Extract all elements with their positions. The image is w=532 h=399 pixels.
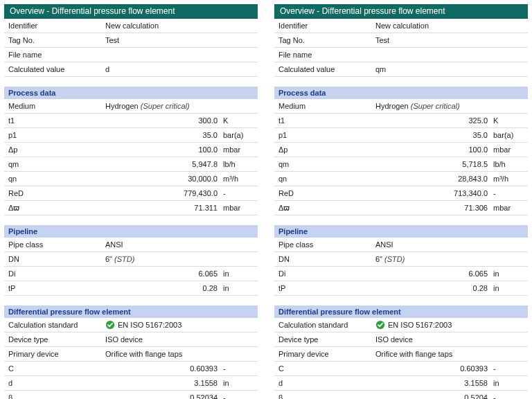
identifier-value: New calculation [105, 21, 218, 30]
beta-value: 0.52034 [105, 393, 218, 399]
pipe-class-value: ANSI [375, 240, 488, 249]
section-pipeline: Pipeline [4, 225, 258, 238]
dn-value: 6" (STD) [105, 255, 218, 263]
filename-label: File name [8, 51, 105, 59]
c-value: 0.60393 [375, 364, 488, 373]
calcval-value: qm [375, 65, 488, 73]
dp-value: 100.0 [105, 145, 218, 154]
pipe-class-value: ANSI [105, 240, 218, 249]
p1-value: 35.0 [105, 131, 218, 139]
section-process-data: Process data [4, 87, 258, 99]
t1-value: 300.0 [105, 116, 218, 125]
medium-value: Hydrogen (Super critical) [375, 102, 488, 110]
dw-value: 71.306 [375, 204, 488, 212]
qn-value: 30,000.0 [105, 175, 218, 183]
tp-value: 0.28 [375, 284, 488, 292]
di-value: 6.065 [375, 269, 488, 278]
check-ok-icon [375, 320, 385, 330]
qm-value: 5,718.5 [375, 160, 488, 168]
dw-value: 71.311 [105, 204, 218, 212]
tp-value: 0.28 [105, 284, 218, 292]
d-value: 3.1558 [375, 379, 488, 387]
c-value: 0.60393 [105, 364, 218, 373]
overview-block: Identifier New calculation Tag No. Test … [4, 19, 258, 77]
tag-value: Test [105, 36, 218, 44]
medium-label: Medium [8, 102, 105, 110]
check-ok-icon [105, 320, 115, 330]
section-pipeline: Pipeline [274, 225, 528, 238]
identifier-value: New calculation [375, 21, 488, 30]
std-value: EN ISO 5167:2003 [105, 320, 218, 330]
dp-value: 100.0 [375, 145, 488, 154]
panel-header: Overview - Differential pressure flow el… [274, 4, 528, 19]
dn-value: 6" (STD) [375, 255, 488, 263]
calcval-label: Calculated value [8, 65, 105, 73]
calc-panel-left: Overview - Differential pressure flow el… [4, 4, 258, 399]
tag-label: Tag No. [8, 36, 105, 44]
red-value: 713,340.0 [375, 189, 488, 197]
calc-panel-right: Overview - Differential pressure flow el… [274, 4, 528, 399]
panel-header: Overview - Differential pressure flow el… [4, 4, 258, 19]
prim-value: Orifice with flange taps [375, 350, 488, 358]
calcval-value: d [105, 65, 218, 73]
std-value: EN ISO 5167:2003 [375, 320, 488, 330]
qn-value: 28,843.0 [375, 175, 488, 183]
t1-value: 325.0 [375, 116, 488, 125]
tag-value: Test [375, 36, 488, 44]
qm-value: 5,947.8 [105, 160, 218, 168]
medium-value: Hydrogen (Super critical) [105, 102, 218, 110]
red-value: 779,430.0 [105, 189, 218, 197]
p1-value: 35.0 [375, 131, 488, 139]
devtype-value: ISO device [375, 335, 488, 344]
section-flow-element: Differential pressure flow element [4, 305, 258, 318]
devtype-value: ISO device [105, 335, 218, 344]
d-value: 3.1558 [105, 379, 218, 387]
di-value: 6.065 [105, 269, 218, 278]
beta-value: 0.5204 [375, 393, 488, 399]
overview-block: IdentifierNew calculation Tag No.Test Fi… [274, 19, 528, 77]
identifier-label: Identifier [8, 21, 105, 30]
prim-value: Orifice with flange taps [105, 350, 218, 358]
section-flow-element: Differential pressure flow element [274, 305, 528, 318]
section-process-data: Process data [274, 87, 528, 99]
